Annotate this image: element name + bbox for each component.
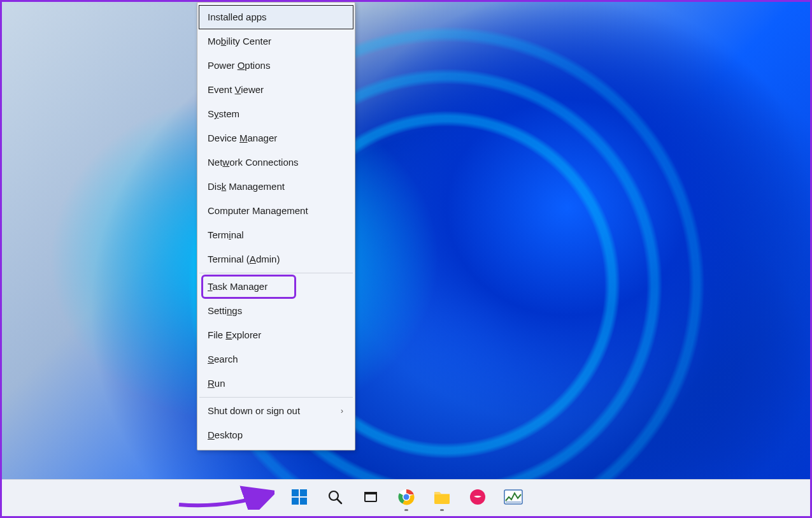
start-button[interactable] <box>285 484 313 512</box>
svg-point-11 <box>403 494 409 500</box>
winx-item-label: Run <box>208 378 225 389</box>
winx-item-label: Terminal (Admin) <box>208 254 280 265</box>
winx-item-label: Installed apps <box>208 11 267 23</box>
search-button[interactable] <box>321 484 349 512</box>
winx-item-label: Device Manager <box>208 133 277 144</box>
winx-item-label: Power Options <box>208 60 270 71</box>
winx-item-system[interactable]: System <box>199 102 353 126</box>
chrome-button[interactable] <box>392 484 420 512</box>
svg-rect-3 <box>300 498 307 505</box>
winx-item-installed-apps[interactable]: Installed apps <box>199 5 353 29</box>
file-explorer-button[interactable] <box>428 484 456 512</box>
winx-item-desktop[interactable]: Desktop <box>199 423 353 447</box>
taskbar <box>2 479 810 516</box>
winx-item-file-explorer[interactable]: File Explorer <box>199 323 353 347</box>
winx-item-label: Network Connections <box>208 157 299 168</box>
svg-line-5 <box>337 499 341 503</box>
winx-item-label: Desktop <box>208 429 243 441</box>
svg-rect-0 <box>292 489 299 496</box>
svg-rect-8 <box>364 492 377 494</box>
chrome-icon <box>397 488 415 508</box>
winx-item-search[interactable]: Search <box>199 347 353 371</box>
winx-item-mobility-center[interactable]: Mobility Center <box>199 29 353 54</box>
winx-context-menu: Installed appsMobility CenterPower Optio… <box>197 2 355 450</box>
winx-item-run[interactable]: Run <box>199 371 353 396</box>
winx-item-power-options[interactable]: Power Options <box>199 54 353 78</box>
pink-circle-icon <box>469 488 487 508</box>
app-pink-button[interactable] <box>464 484 492 512</box>
winx-item-label: Task Manager <box>208 281 267 292</box>
winx-item-task-manager[interactable]: Task Manager <box>199 275 353 299</box>
search-icon <box>327 489 343 508</box>
winx-item-label: Mobility Center <box>208 36 271 47</box>
task-manager-button[interactable] <box>499 484 527 512</box>
winx-item-label: System <box>208 108 239 120</box>
folder-icon <box>433 489 451 507</box>
winx-item-terminal[interactable]: Terminal <box>199 223 353 247</box>
task-view-icon <box>362 489 379 508</box>
winx-item-label: File Explorer <box>208 329 261 341</box>
winx-item-device-manager[interactable]: Device Manager <box>199 126 353 150</box>
chevron-right-icon: › <box>341 406 343 415</box>
winx-item-event-viewer[interactable]: Event Viewer <box>199 78 353 102</box>
windows-logo-icon <box>290 488 308 508</box>
winx-item-label: Shut down or sign out <box>208 405 300 417</box>
winx-item-network-connections[interactable]: Network Connections <box>199 150 353 175</box>
svg-rect-1 <box>300 489 307 496</box>
svg-rect-2 <box>292 498 299 505</box>
winx-item-label: Search <box>208 354 238 365</box>
desktop-wallpaper[interactable] <box>2 2 810 516</box>
perf-monitor-icon <box>504 489 523 507</box>
winx-item-disk-management[interactable]: Disk Management <box>199 175 353 199</box>
menu-separator <box>199 273 353 273</box>
menu-separator <box>199 397 353 398</box>
winx-item-label: Computer Management <box>208 205 308 217</box>
winx-item-label: Settings <box>208 305 242 317</box>
task-view-button[interactable] <box>357 484 385 512</box>
winx-item-label: Terminal <box>208 229 244 241</box>
winx-item-label: Event Viewer <box>208 84 264 96</box>
winx-item-label: Disk Management <box>208 181 285 192</box>
winx-item-settings[interactable]: Settings <box>199 299 353 323</box>
winx-item-shut-down-or-sign-out[interactable]: Shut down or sign out› <box>199 399 353 423</box>
winx-item-terminal-admin[interactable]: Terminal (Admin) <box>199 247 353 271</box>
winx-item-computer-management[interactable]: Computer Management <box>199 199 353 223</box>
